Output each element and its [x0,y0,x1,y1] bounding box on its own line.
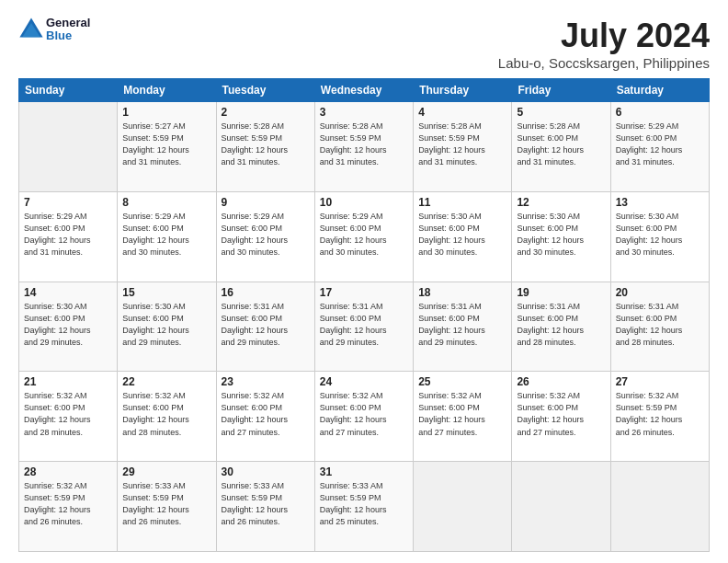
day-info: Sunrise: 5:32 AM Sunset: 5:59 PM Dayligh… [616,390,704,438]
day-number: 8 [122,196,210,209]
day-number: 14 [24,286,112,299]
header-day-thursday: Thursday [414,79,512,102]
calendar-cell: 13Sunrise: 5:30 AM Sunset: 6:00 PM Dayli… [610,191,709,282]
day-number: 28 [24,465,112,478]
day-number: 31 [320,465,408,478]
day-info: Sunrise: 5:32 AM Sunset: 6:00 PM Dayligh… [320,390,408,438]
logo-icon [18,17,44,42]
day-info: Sunrise: 5:28 AM Sunset: 5:59 PM Dayligh… [320,121,408,168]
day-info: Sunrise: 5:27 AM Sunset: 5:59 PM Dayligh… [122,121,210,168]
calendar-header: SundayMondayTuesdayWednesdayThursdayFrid… [19,79,710,102]
calendar-cell: 15Sunrise: 5:30 AM Sunset: 6:00 PM Dayli… [118,282,216,372]
day-info: Sunrise: 5:31 AM Sunset: 6:00 PM Dayligh… [418,301,506,349]
calendar-cell [512,462,610,552]
calendar-cell: 27Sunrise: 5:32 AM Sunset: 5:59 PM Dayli… [610,372,709,462]
calendar-cell: 9Sunrise: 5:29 AM Sunset: 6:00 PM Daylig… [216,191,314,282]
day-info: Sunrise: 5:32 AM Sunset: 6:00 PM Dayligh… [418,390,506,438]
header-day-wednesday: Wednesday [314,79,413,102]
calendar-cell [414,462,512,552]
day-info: Sunrise: 5:31 AM Sunset: 6:00 PM Dayligh… [616,301,704,349]
day-number: 27 [616,375,704,388]
calendar-cell: 3Sunrise: 5:28 AM Sunset: 5:59 PM Daylig… [314,102,413,192]
day-number: 11 [418,196,506,209]
day-number: 4 [418,106,506,119]
header-day-tuesday: Tuesday [216,79,314,102]
calendar-subtitle: Labu-o, Soccsksargen, Philippines [498,55,710,71]
calendar-cell: 11Sunrise: 5:30 AM Sunset: 6:00 PM Dayli… [414,191,512,282]
day-info: Sunrise: 5:28 AM Sunset: 5:59 PM Dayligh… [418,121,506,168]
calendar-cell: 26Sunrise: 5:32 AM Sunset: 6:00 PM Dayli… [512,372,610,462]
calendar-cell: 24Sunrise: 5:32 AM Sunset: 6:00 PM Dayli… [314,372,413,462]
header-day-sunday: Sunday [19,79,118,102]
logo-text: General Blue [46,17,90,43]
calendar-cell [610,462,709,552]
day-number: 7 [24,196,112,209]
day-info: Sunrise: 5:32 AM Sunset: 6:00 PM Dayligh… [122,390,210,438]
calendar-cell: 18Sunrise: 5:31 AM Sunset: 6:00 PM Dayli… [414,282,512,372]
calendar-cell: 22Sunrise: 5:32 AM Sunset: 6:00 PM Dayli… [118,372,216,462]
day-number: 30 [222,465,310,478]
calendar-cell: 5Sunrise: 5:28 AM Sunset: 6:00 PM Daylig… [512,102,610,192]
calendar-cell: 31Sunrise: 5:33 AM Sunset: 5:59 PM Dayli… [314,462,413,552]
day-number: 2 [222,106,310,119]
day-number: 6 [616,106,704,119]
calendar-cell: 16Sunrise: 5:31 AM Sunset: 6:00 PM Dayli… [216,282,314,372]
day-info: Sunrise: 5:29 AM Sunset: 6:00 PM Dayligh… [320,211,408,259]
header: General Blue July 2024 Labu-o, Soccsksar… [18,17,710,71]
day-info: Sunrise: 5:30 AM Sunset: 6:00 PM Dayligh… [616,211,704,259]
calendar-cell: 19Sunrise: 5:31 AM Sunset: 6:00 PM Dayli… [512,282,610,372]
day-info: Sunrise: 5:32 AM Sunset: 6:00 PM Dayligh… [222,390,310,438]
calendar-cell: 7Sunrise: 5:29 AM Sunset: 6:00 PM Daylig… [19,191,118,282]
calendar-cell: 25Sunrise: 5:32 AM Sunset: 6:00 PM Dayli… [414,372,512,462]
day-info: Sunrise: 5:30 AM Sunset: 6:00 PM Dayligh… [122,301,210,349]
day-number: 3 [320,106,408,119]
day-number: 16 [222,286,310,299]
calendar-cell: 2Sunrise: 5:28 AM Sunset: 5:59 PM Daylig… [216,102,314,192]
calendar-cell: 20Sunrise: 5:31 AM Sunset: 6:00 PM Dayli… [610,282,709,372]
day-number: 1 [122,106,210,119]
day-info: Sunrise: 5:30 AM Sunset: 6:00 PM Dayligh… [517,211,605,259]
day-info: Sunrise: 5:30 AM Sunset: 6:00 PM Dayligh… [24,301,112,349]
day-info: Sunrise: 5:31 AM Sunset: 6:00 PM Dayligh… [222,301,310,349]
week-row-2: 14Sunrise: 5:30 AM Sunset: 6:00 PM Dayli… [19,282,710,372]
day-number: 18 [418,286,506,299]
day-info: Sunrise: 5:32 AM Sunset: 6:00 PM Dayligh… [24,390,112,438]
calendar-cell: 6Sunrise: 5:29 AM Sunset: 6:00 PM Daylig… [610,102,709,192]
header-day-saturday: Saturday [610,79,709,102]
day-number: 25 [418,375,506,388]
calendar-cell: 14Sunrise: 5:30 AM Sunset: 6:00 PM Dayli… [19,282,118,372]
day-number: 24 [320,375,408,388]
calendar-cell: 4Sunrise: 5:28 AM Sunset: 5:59 PM Daylig… [414,102,512,192]
day-info: Sunrise: 5:33 AM Sunset: 5:59 PM Dayligh… [320,480,408,528]
day-number: 19 [517,286,605,299]
day-number: 26 [517,375,605,388]
calendar-cell: 10Sunrise: 5:29 AM Sunset: 6:00 PM Dayli… [314,191,413,282]
title-block: July 2024 Labu-o, Soccsksargen, Philippi… [498,17,710,71]
day-number: 22 [122,375,210,388]
day-info: Sunrise: 5:28 AM Sunset: 5:59 PM Dayligh… [222,121,310,168]
day-number: 21 [24,375,112,388]
week-row-3: 21Sunrise: 5:32 AM Sunset: 6:00 PM Dayli… [19,372,710,462]
day-number: 23 [222,375,310,388]
day-number: 15 [122,286,210,299]
calendar-table: SundayMondayTuesdayWednesdayThursdayFrid… [18,78,710,552]
calendar-cell [19,102,118,192]
calendar-body: 1Sunrise: 5:27 AM Sunset: 5:59 PM Daylig… [19,102,710,552]
calendar-cell: 8Sunrise: 5:29 AM Sunset: 6:00 PM Daylig… [118,191,216,282]
day-number: 13 [616,196,704,209]
day-info: Sunrise: 5:33 AM Sunset: 5:59 PM Dayligh… [122,480,210,528]
page: General Blue July 2024 Labu-o, Soccsksar… [0,0,728,563]
header-day-monday: Monday [118,79,216,102]
day-info: Sunrise: 5:31 AM Sunset: 6:00 PM Dayligh… [320,301,408,349]
day-info: Sunrise: 5:33 AM Sunset: 5:59 PM Dayligh… [222,480,310,528]
calendar-cell: 29Sunrise: 5:33 AM Sunset: 5:59 PM Dayli… [118,462,216,552]
week-row-4: 28Sunrise: 5:32 AM Sunset: 5:59 PM Dayli… [19,462,710,552]
day-info: Sunrise: 5:32 AM Sunset: 5:59 PM Dayligh… [24,480,112,528]
day-number: 29 [122,465,210,478]
day-info: Sunrise: 5:29 AM Sunset: 6:00 PM Dayligh… [616,121,704,168]
header-day-friday: Friday [512,79,610,102]
calendar-cell: 1Sunrise: 5:27 AM Sunset: 5:59 PM Daylig… [118,102,216,192]
day-number: 17 [320,286,408,299]
calendar-title: July 2024 [498,17,710,55]
logo: General Blue [18,17,90,43]
